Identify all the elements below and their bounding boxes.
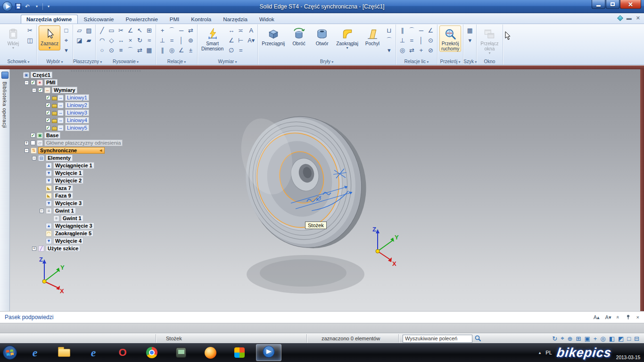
tangent-icon[interactable]: ⌒ [167,26,176,35]
concentric-icon[interactable]: ◎ [167,46,176,55]
graphics-viewport[interactable]: Z Y X Z Y X ▣Część1−✓∗PMI−✓↔Wymiary✓↔Lin… [10,69,640,311]
perpendicular-icon[interactable]: ⊥ [158,36,167,45]
refresh-icon[interactable]: ↻ [552,335,557,342]
tree-item-label[interactable]: Base [44,132,60,139]
group-label[interactable]: Relacje ▾ [156,59,197,64]
group-label[interactable]: Okno [477,59,502,64]
minimize-ribbon-icon[interactable]: ▬ [627,16,632,20]
customize-qat-button[interactable]: ▾ [45,2,52,11]
tree-item-label[interactable]: Wycięcie 2 [53,177,83,184]
view-styles-icon[interactable]: ◩ [618,335,624,342]
pattern-sketch-icon[interactable]: ⊞ [145,26,154,35]
select-box-icon[interactable]: □ [62,26,71,35]
obróć-button[interactable]: Obróć [288,25,310,47]
close-icon[interactable]: × [636,314,639,320]
polygon-icon[interactable]: ◇ [107,36,116,45]
tree-item-label[interactable]: Wycięcie 4 [53,238,83,244]
pattern-icon[interactable]: ▦ [465,26,474,35]
taskbar-item-chrome[interactable] [139,344,165,361]
tree-item[interactable]: ▼Wycięcie 2 [40,177,123,184]
tree-item[interactable]: −✓↔Wymiary [32,86,123,94]
help-gem-icon[interactable] [617,15,623,21]
trim-icon[interactable]: ✂ [116,26,125,35]
zaznacz-button[interactable]: Zaznacz▾ [39,25,60,50]
tab-widok[interactable]: Widok [254,15,280,24]
tree-item[interactable]: ▼Wycięcie 3 [40,199,123,207]
parallel-icon[interactable]: ∥ [158,46,167,55]
taskbar-item-solid-edge[interactable] [256,344,281,361]
collapse-bar-icon[interactable]: ⊟ [634,335,639,342]
tree-item[interactable]: ✓↔Liniowy1 [40,94,123,101]
mirror-icon[interactable]: ⇄ [135,46,144,55]
curve-icon[interactable]: ≈ [145,36,154,45]
close-document-icon[interactable]: ✕ [636,16,640,20]
tree-item[interactable]: ✓↔Liniowy3 [40,109,123,116]
select-options-icon[interactable]: ▾ [62,46,71,55]
tree-item[interactable]: −▤Elementy [32,154,123,162]
connect-icon[interactable]: + [158,26,167,35]
horizontal-icon[interactable]: ─ [177,26,186,35]
hidden-icons-chevron[interactable]: ▴ [539,350,541,355]
tree-checkbox[interactable]: ✓ [31,133,35,138]
text-size-icon[interactable]: A▾ [247,36,256,45]
pin-icon[interactable] [626,314,631,321]
close-button[interactable]: ✕ [620,0,641,9]
tree-item-label[interactable]: Faza 9 [53,192,73,199]
taskbar-item-internet-explorer-2[interactable]: e [81,344,106,361]
tree-item[interactable]: ✓↔Liniowy2 [40,101,123,109]
pattern-menu-icon[interactable]: ▾ [465,36,474,45]
solids-more-icon[interactable]: ▾ [385,46,394,55]
plus-expander[interactable]: + [32,247,36,251]
circle-icon[interactable]: ○ [98,46,107,55]
minus-expander[interactable]: − [40,209,44,213]
group-label[interactable]: Wybór ▾ [37,59,73,64]
group-label[interactable]: Relacje lic ▾ [396,59,437,64]
tree-item-label[interactable]: Liniowy2 [65,102,89,108]
text-style-icon[interactable]: A [247,26,256,35]
tree-item[interactable]: +▱Główne płaszczyzny odniesienia [25,139,123,147]
taskbar-item-firefox[interactable] [198,344,223,361]
app-logo[interactable] [2,1,12,11]
group-label[interactable]: Wymiar ▾ [198,59,257,64]
tree-item-label[interactable]: PMI [44,79,58,86]
otwór-button[interactable]: Otwór [311,25,333,47]
tree-item[interactable]: ✓↔Liniowy5 [40,124,123,132]
tree-item-label[interactable]: Wycięcie 1 [53,170,83,176]
face-offset-icon[interactable]: + [417,46,426,55]
tree-item[interactable]: ▼Wycięcie 1 [40,169,123,177]
tree-checkbox[interactable]: ✓ [46,125,50,130]
tree-item[interactable]: −✓∗PMI [25,79,123,86]
tree-item-label[interactable]: Liniowy4 [65,117,89,123]
face-tangent-icon[interactable]: ⌒ [407,26,416,35]
taskbar-item-live-messenger[interactable] [227,344,252,361]
tree-item[interactable]: ✓▣Base [25,132,123,139]
tree-item[interactable]: ▲Wyciągnięcie 3 [40,222,123,230]
minus-expander[interactable]: − [32,156,36,160]
vertical-icon[interactable]: │ [177,36,186,45]
tree-item-label[interactable]: Wycięcie 3 [53,200,83,206]
search-magnifier-icon[interactable] [474,335,482,342]
tab-narzędzia-główne[interactable]: Narzędzia główne [21,15,78,24]
relation-set-icon[interactable]: ± [186,46,195,55]
tree-item-label[interactable]: Synchroniczne◄ [38,147,105,154]
tree-item-label[interactable]: Użyte szkice [46,245,80,252]
tree-item[interactable]: +╱Użyte szkice [32,245,123,252]
plane-angled-icon[interactable]: ◪ [75,36,84,45]
start-button[interactable] [1,344,18,361]
font-smaller-icon[interactable]: A▾ [605,314,611,321]
minus-expander[interactable]: − [32,88,36,92]
tab-pmi[interactable]: PMI [164,15,185,24]
tree-checkbox[interactable]: ✓ [46,118,50,123]
tab-powierzchnie[interactable]: Powierzchnie [120,15,163,24]
minus-expander[interactable]: − [25,81,29,85]
face-parallel-icon[interactable]: ∥ [398,26,407,35]
tree-item[interactable]: ◠Zaokrąglenie 5 [40,230,123,237]
select-tool-icon[interactable]: ⌖ [561,335,564,342]
angle-icon[interactable]: ∠ [126,26,135,35]
tree-checkbox[interactable]: ✓ [38,88,43,92]
rectangle-icon[interactable]: ▭ [107,26,116,35]
taskbar-item-explorer-folder[interactable] [51,344,77,361]
group-label[interactable]: Szyk ▾ [463,59,476,64]
rotate-view-icon[interactable]: ◎ [600,335,605,342]
lock-relation-icon[interactable]: ⊚ [186,36,195,45]
